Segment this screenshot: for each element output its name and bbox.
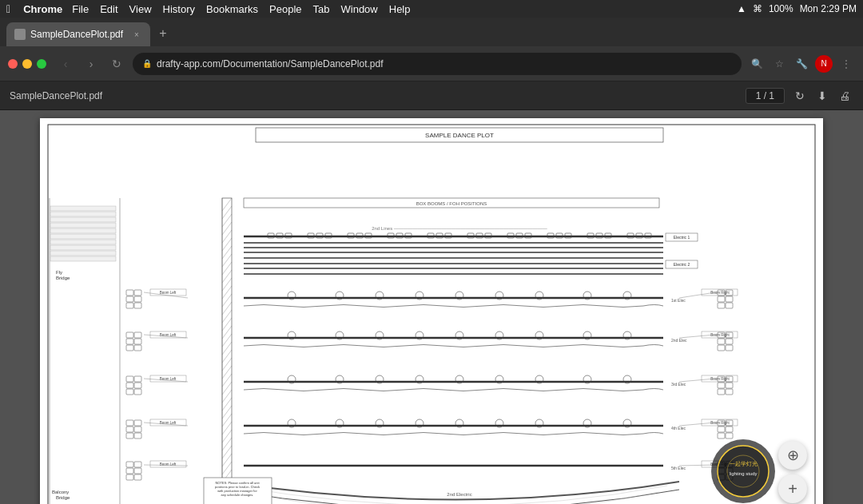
menu-bar:  Chrome File Edit View History Bookmark…: [0, 0, 863, 18]
crosshair-icon: ⊕: [787, 446, 799, 464]
svg-text:Fly: Fly: [56, 270, 62, 275]
forward-button[interactable]: ›: [82, 54, 101, 73]
svg-text:Boom Right: Boom Right: [710, 333, 730, 337]
apple-menu[interactable]: : [6, 2, 10, 15]
bookmark-icon[interactable]: ☆: [770, 55, 788, 73]
back-button[interactable]: ‹: [56, 54, 75, 73]
toolbar-download-button[interactable]: ⬇: [813, 87, 831, 105]
svg-text:1st Elec: 1st Elec: [671, 298, 686, 303]
svg-text:5th Elec: 5th Elec: [671, 466, 686, 470]
browser-frame:  Chrome File Edit View History Bookmark…: [0, 0, 863, 504]
pdf-toolbar: SampleDancePlot.pdf 1 / 1 ↻ ⬇ 🖨: [0, 81, 863, 110]
active-tab[interactable]: SampleDancePlot.pdf ×: [6, 22, 150, 46]
url-text: drafty-app.com/Documentation/SampleDance…: [157, 58, 732, 69]
svg-rect-16: [50, 240, 116, 244]
svg-text:Boom Right: Boom Right: [710, 421, 730, 425]
menu-help[interactable]: Help: [389, 3, 411, 15]
svg-rect-18: [50, 251, 116, 256]
technical-diagram: SAMPLE DANCE PLOT Fly Bridge Balcony Bri…: [40, 118, 823, 504]
svg-text:BOX BOOMS / FOH POSITIONS: BOX BOOMS / FOH POSITIONS: [416, 201, 487, 206]
svg-text:Bridge: Bridge: [56, 276, 70, 280]
menu-view[interactable]: View: [129, 3, 152, 15]
tab-favicon: [14, 29, 26, 40]
svg-rect-17: [50, 245, 116, 250]
chrome-menu-icon[interactable]: ⋮: [837, 55, 855, 73]
drawing-content: SAMPLE DANCE PLOT Fly Bridge Balcony Bri…: [40, 118, 823, 504]
ssl-lock-icon: 🔒: [142, 59, 152, 68]
svg-text:lighting study: lighting study: [729, 471, 757, 476]
refresh-button[interactable]: ↻: [107, 54, 126, 73]
menu-clock: Mon 2:29 PM: [800, 3, 857, 14]
minimize-window-button[interactable]: [22, 59, 32, 69]
menu-wifi-icon: ▲: [737, 3, 746, 14]
svg-text:3rd Elec: 3rd Elec: [671, 382, 686, 387]
address-bar-right-icons: 🔍 ☆ 🔧 N ⋮: [748, 55, 855, 73]
toolbar-right-buttons: ↻ ⬇ 🖨: [791, 87, 853, 105]
svg-text:Electric 1: Electric 1: [674, 235, 690, 240]
svg-text:Electric 2: Electric 2: [674, 262, 690, 267]
toolbar-refresh-button[interactable]: ↻: [791, 87, 809, 105]
svg-text:2nd Lines ————————————————————: 2nd Lines ——————————————————————————————…: [372, 226, 547, 231]
svg-text:4th Elec: 4th Elec: [671, 426, 686, 431]
svg-rect-13: [50, 223, 116, 228]
menu-edit[interactable]: Edit: [100, 3, 117, 15]
menu-bookmarks[interactable]: Bookmarks: [206, 3, 258, 15]
menu-history[interactable]: History: [163, 3, 195, 15]
menu-tab[interactable]: Tab: [313, 3, 330, 15]
tab-title: SampleDancePlot.pdf: [30, 29, 126, 40]
svg-rect-15: [50, 234, 116, 239]
svg-rect-12: [50, 217, 116, 222]
svg-rect-10: [50, 206, 116, 211]
app-name: Chrome: [23, 3, 62, 15]
pdf-viewport: SAMPLE DANCE PLOT Fly Bridge Balcony Bri…: [0, 110, 863, 504]
fullscreen-window-button[interactable]: [37, 59, 46, 69]
close-window-button[interactable]: [8, 59, 18, 69]
svg-text:Boom Left: Boom Left: [160, 462, 177, 466]
tab-bar: SampleDancePlot.pdf × +: [0, 18, 863, 46]
menu-items: File Edit View History Bookmarks People …: [72, 3, 410, 15]
svg-text:any schedule changes.: any schedule changes.: [221, 493, 254, 497]
pdf-doc-title: SampleDancePlot.pdf: [10, 90, 739, 101]
svg-text:2nd Elec: 2nd Elec: [671, 338, 687, 343]
new-tab-button[interactable]: +: [152, 22, 174, 45]
svg-text:2nd Electric: 2nd Electric: [447, 492, 471, 497]
menu-window[interactable]: Window: [341, 3, 378, 15]
watermark-box: 一起学灯光 lighting study: [711, 439, 775, 503]
menu-people[interactable]: People: [269, 3, 301, 15]
pdf-page: SAMPLE DANCE PLOT Fly Bridge Balcony Bri…: [40, 118, 823, 504]
watermark: 一起学灯光 lighting study: [711, 439, 775, 503]
svg-rect-0: [40, 118, 823, 504]
menu-right: ▲ ⌘ 100% Mon 2:29 PM: [737, 3, 857, 14]
zoom-in-button[interactable]: +: [778, 474, 807, 503]
traffic-lights: [8, 59, 46, 69]
menu-bluetooth-icon: ⌘: [753, 3, 762, 14]
plus-icon: +: [788, 480, 797, 498]
extensions-icon[interactable]: 🔧: [793, 55, 810, 73]
svg-text:一起学灯光: 一起学灯光: [730, 461, 758, 466]
menu-file[interactable]: File: [72, 3, 89, 15]
svg-text:Bridge: Bridge: [56, 495, 70, 500]
search-icon[interactable]: 🔍: [748, 55, 766, 73]
zoom-fit-button[interactable]: ⊕: [778, 441, 807, 470]
page-counter: 1 / 1: [746, 88, 785, 104]
toolbar-print-button[interactable]: 🖨: [836, 87, 853, 105]
svg-text:Boom Left: Boom Left: [160, 291, 177, 295]
svg-text:SAMPLE DANCE PLOT: SAMPLE DANCE PLOT: [425, 132, 494, 139]
url-bar[interactable]: 🔒 drafty-app.com/Documentation/SampleDan…: [133, 53, 742, 75]
menu-battery: 100%: [769, 3, 793, 14]
svg-rect-11: [50, 212, 116, 216]
tab-close-button[interactable]: ×: [131, 29, 142, 40]
profile-icon[interactable]: N: [815, 55, 833, 73]
svg-rect-14: [50, 228, 116, 233]
address-bar: ‹ › ↻ 🔒 drafty-app.com/Documentation/Sam…: [0, 46, 863, 81]
svg-rect-19: [50, 256, 116, 261]
svg-text:Boom Right: Boom Right: [710, 377, 730, 381]
svg-text:Balcony: Balcony: [52, 490, 69, 494]
